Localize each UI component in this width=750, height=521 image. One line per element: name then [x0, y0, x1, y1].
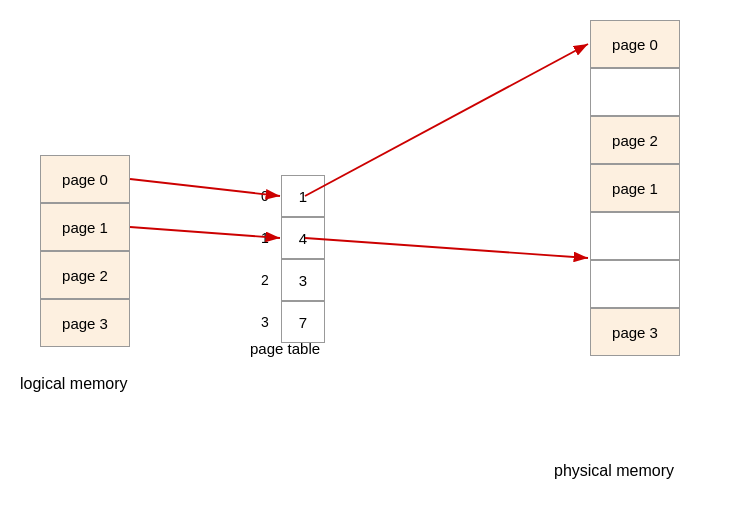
phys-cell-6: page 3 — [590, 308, 680, 356]
pt-cell-3: 7 — [281, 301, 325, 343]
phys-cell-4 — [590, 212, 680, 260]
logical-memory: page 0 page 1 page 2 page 3 — [40, 155, 130, 347]
logical-memory-label: logical memory — [20, 375, 128, 393]
physical-memory: page 0 page 2 page 1 page 3 — [590, 20, 680, 356]
logical-cell-1: page 1 — [40, 203, 130, 251]
pt-indices: 0 1 2 3 — [255, 175, 275, 343]
phys-cell-3: page 1 — [590, 164, 680, 212]
physical-memory-block: page 0 page 2 page 1 page 3 — [590, 20, 680, 356]
logical-cell-3: page 3 — [40, 299, 130, 347]
physical-memory-label: physical memory — [554, 462, 674, 480]
pt-index-1: 1 — [255, 217, 275, 259]
pt-index-3: 3 — [255, 301, 275, 343]
pt-cell-2: 3 — [281, 259, 325, 301]
page-table-container: 0 1 2 3 1 4 3 7 — [255, 175, 325, 343]
pt-index-0: 0 — [255, 175, 275, 217]
phys-cell-2: page 2 — [590, 116, 680, 164]
phys-cell-1 — [590, 68, 680, 116]
page-table-label: page table — [250, 340, 320, 357]
arrow-pt1-phys1 — [305, 238, 588, 258]
pt-values: 1 4 3 7 — [281, 175, 325, 343]
logical-cell-0: page 0 — [40, 155, 130, 203]
logical-memory-block: page 0 page 1 page 2 page 3 — [40, 155, 130, 347]
pt-cell-0: 1 — [281, 175, 325, 217]
pt-cell-1: 4 — [281, 217, 325, 259]
phys-cell-5 — [590, 260, 680, 308]
diagram-container: page 0 page 1 page 2 page 3 logical memo… — [0, 0, 750, 521]
logical-cell-2: page 2 — [40, 251, 130, 299]
arrow-pt0-phys0 — [305, 44, 588, 196]
page-table: 0 1 2 3 1 4 3 7 — [255, 175, 325, 343]
pt-index-2: 2 — [255, 259, 275, 301]
phys-cell-0: page 0 — [590, 20, 680, 68]
